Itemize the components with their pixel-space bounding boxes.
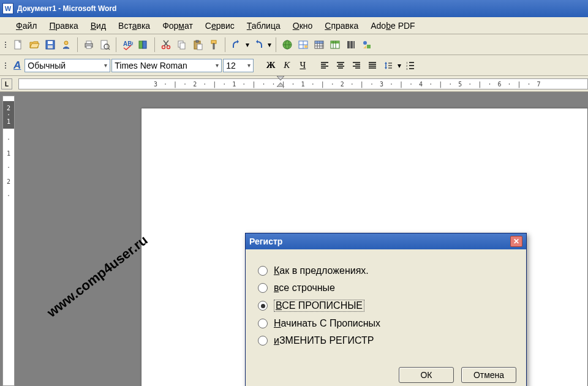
align-center-icon[interactable] bbox=[333, 59, 348, 72]
save-icon[interactable] bbox=[43, 37, 58, 52]
svg-rect-22 bbox=[197, 44, 202, 50]
ruler-scale: 3 · | · 2 · | · 1 · | · · | · 1 · | · 2 … bbox=[18, 78, 588, 89]
format-painter-icon[interactable] bbox=[206, 37, 221, 52]
svg-line-10 bbox=[108, 48, 110, 50]
svg-rect-6 bbox=[86, 41, 91, 44]
menu-adobe[interactable]: Adobe PDF bbox=[364, 18, 421, 33]
menu-format[interactable]: Формат bbox=[156, 18, 199, 33]
undo-dropdown[interactable]: ▾ bbox=[245, 37, 250, 52]
line-spacing-icon[interactable] bbox=[381, 59, 396, 72]
vertical-ruler[interactable]: 2·1 · 1 · 2 · bbox=[2, 96, 15, 386]
redo-dropdown[interactable]: ▾ bbox=[267, 37, 272, 52]
numbering-icon[interactable]: 123 bbox=[403, 59, 418, 72]
research-icon[interactable] bbox=[136, 37, 151, 52]
drawing-icon[interactable] bbox=[360, 37, 374, 52]
window-titlebar: W Документ1 - Microsoft Word bbox=[0, 0, 588, 17]
radio-icon[interactable] bbox=[258, 266, 268, 276]
align-left-icon[interactable] bbox=[317, 59, 332, 72]
svg-rect-44 bbox=[350, 41, 353, 48]
svg-rect-24 bbox=[213, 44, 214, 49]
document-workspace: 2·1 · 1 · 2 · www.comp4user.ru Как ПОМЕН… bbox=[0, 92, 588, 386]
word-app-icon: W bbox=[2, 3, 13, 14]
svg-rect-47 bbox=[367, 45, 371, 48]
svg-rect-43 bbox=[347, 41, 350, 48]
undo-icon[interactable] bbox=[229, 37, 244, 52]
radio-label: ВСЕ ПРОПИСНЫЕ bbox=[274, 300, 364, 312]
window-title: Документ1 - Microsoft Word bbox=[17, 4, 116, 13]
svg-rect-45 bbox=[353, 41, 355, 48]
columns-icon[interactable] bbox=[344, 37, 358, 52]
radio-icon[interactable] bbox=[258, 336, 268, 346]
dialog-title-text: Регистр bbox=[249, 237, 282, 246]
radio-label: все строчные bbox=[274, 282, 335, 293]
dialog-titlebar[interactable]: Регистр ✕ bbox=[246, 233, 526, 249]
standard-toolbar: ABC ▾ ▾ bbox=[0, 34, 588, 55]
menu-window[interactable]: Окно bbox=[287, 18, 319, 33]
svg-point-46 bbox=[363, 41, 367, 45]
spacing-dropdown[interactable]: ▾ bbox=[397, 58, 402, 73]
permissions-icon[interactable] bbox=[59, 37, 74, 52]
menu-table[interactable]: Таблица bbox=[241, 18, 287, 33]
indent-marker-icon[interactable] bbox=[277, 76, 284, 87]
svg-line-17 bbox=[164, 40, 168, 46]
align-justify-icon[interactable] bbox=[365, 59, 380, 72]
close-icon[interactable]: ✕ bbox=[510, 236, 522, 247]
radio-option-4[interactable]: иЗМЕНИТЬ РЕГИСТР bbox=[258, 335, 514, 346]
style-combo[interactable]: Обычный▾ bbox=[24, 59, 110, 72]
radio-option-2[interactable]: ВСЕ ПРОПИСНЫЕ bbox=[258, 300, 514, 312]
insert-table-icon[interactable] bbox=[312, 37, 326, 52]
radio-option-1[interactable]: все строчные bbox=[258, 282, 514, 293]
svg-text:3: 3 bbox=[406, 67, 408, 70]
align-right-icon[interactable] bbox=[349, 59, 364, 72]
radio-icon[interactable] bbox=[258, 301, 268, 311]
open-icon[interactable] bbox=[27, 37, 42, 52]
tab-selector[interactable]: L bbox=[1, 78, 12, 89]
menu-tools[interactable]: Сервис bbox=[199, 18, 241, 33]
change-case-dialog: Регистр ✕ Как в предложениях.все строчны… bbox=[245, 233, 527, 386]
cancel-button[interactable]: Отмена bbox=[461, 367, 516, 383]
svg-rect-13 bbox=[143, 41, 146, 48]
toolbar-grip[interactable] bbox=[4, 37, 7, 52]
svg-rect-31 bbox=[304, 45, 307, 48]
svg-rect-23 bbox=[211, 40, 216, 44]
menu-edit[interactable]: Правка bbox=[43, 18, 84, 33]
menu-file[interactable]: Файл bbox=[10, 18, 43, 33]
toolbar-grip-2[interactable] bbox=[4, 58, 7, 73]
redo-icon[interactable] bbox=[251, 37, 266, 52]
hyperlink-icon[interactable] bbox=[280, 37, 295, 52]
menu-insert[interactable]: Вставка bbox=[112, 18, 156, 33]
format-toolbar: A Обычный▾ Times New Roman▾ 12▾ Ж К Ч ▾ … bbox=[0, 55, 588, 76]
paste-icon[interactable] bbox=[190, 37, 205, 52]
watermark-text: www.comp4user.ru bbox=[44, 232, 151, 320]
bold-button[interactable]: Ж bbox=[263, 59, 278, 72]
italic-button[interactable]: К bbox=[279, 59, 294, 72]
svg-rect-12 bbox=[139, 41, 143, 48]
menu-view[interactable]: Вид bbox=[85, 18, 112, 33]
radio-label: Как в предложениях. bbox=[274, 265, 369, 276]
spelling-icon[interactable]: ABC bbox=[120, 37, 135, 52]
new-document-icon[interactable] bbox=[11, 37, 26, 52]
svg-rect-40 bbox=[331, 41, 339, 44]
horizontal-ruler[interactable]: L 3 · | · 2 · | · 1 · | · · | · 1 · | · … bbox=[0, 76, 588, 92]
print-icon[interactable] bbox=[81, 37, 96, 52]
print-preview-icon[interactable] bbox=[97, 37, 112, 52]
font-combo[interactable]: Times New Roman▾ bbox=[111, 59, 222, 72]
svg-text:ABC: ABC bbox=[123, 40, 133, 47]
svg-rect-21 bbox=[196, 40, 198, 42]
copy-icon[interactable] bbox=[175, 37, 189, 52]
radio-icon[interactable] bbox=[258, 319, 268, 328]
radio-icon[interactable] bbox=[258, 283, 268, 293]
underline-button[interactable]: Ч bbox=[295, 59, 310, 72]
radio-option-0[interactable]: Как в предложениях. bbox=[258, 265, 514, 276]
radio-option-3[interactable]: Начинать С Прописных bbox=[258, 318, 514, 329]
menu-help[interactable]: Справка bbox=[318, 18, 364, 33]
insert-excel-icon[interactable] bbox=[328, 37, 342, 52]
styles-icon[interactable]: A bbox=[11, 59, 23, 72]
tables-borders-icon[interactable] bbox=[296, 37, 311, 52]
font-size-combo[interactable]: 12▾ bbox=[223, 59, 254, 72]
ok-button[interactable]: ОК bbox=[399, 367, 454, 383]
svg-line-16 bbox=[164, 40, 168, 46]
svg-rect-19 bbox=[180, 43, 185, 49]
dialog-body: Как в предложениях.все строчныеВСЕ ПРОПИ… bbox=[246, 249, 526, 362]
cut-icon[interactable] bbox=[159, 37, 173, 52]
